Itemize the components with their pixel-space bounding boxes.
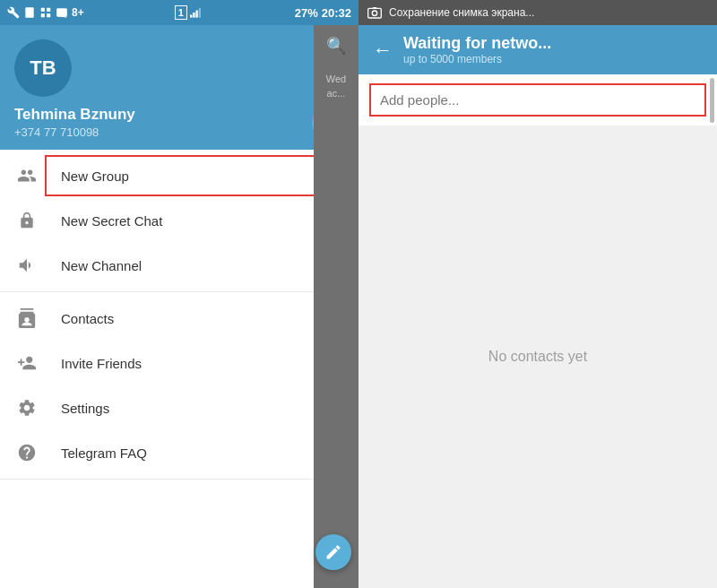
menu-item-new-group[interactable]: New Group bbox=[0, 153, 358, 198]
new-channel-label: New Channel bbox=[61, 258, 142, 273]
no-contacts-message: No contacts yet bbox=[358, 125, 717, 588]
svg-point-12 bbox=[372, 11, 376, 15]
new-group-label: New Group bbox=[61, 169, 129, 184]
new-secret-chat-label: New Secret Chat bbox=[61, 213, 162, 229]
svg-rect-9 bbox=[195, 11, 197, 18]
svg-rect-3 bbox=[41, 13, 45, 17]
svg-rect-4 bbox=[47, 13, 50, 17]
menu-item-contacts[interactable]: Contacts bbox=[0, 296, 358, 341]
right-header-title: Waiting for netwo... up to 5000 members bbox=[403, 34, 551, 65]
svg-rect-0 bbox=[25, 7, 33, 18]
svg-rect-8 bbox=[193, 13, 194, 18]
menu-item-invite-friends[interactable]: Invite Friends bbox=[0, 341, 358, 385]
menu-section-1: New Group New Secret Chat New Channel bbox=[0, 150, 358, 292]
scrollbar-track bbox=[710, 74, 715, 125]
menu-item-new-secret-chat[interactable]: New Secret Chat bbox=[0, 198, 358, 243]
svg-rect-11 bbox=[368, 8, 382, 18]
wed-label: Wed bbox=[326, 74, 346, 84]
add-people-input[interactable] bbox=[369, 83, 706, 117]
battery-level: 27% bbox=[295, 6, 318, 20]
screenshot-bar: Сохранение снимка экрана... bbox=[358, 0, 717, 25]
screenshot-icon bbox=[367, 6, 382, 19]
status-bar: 8+ 1 27% 20:32 bbox=[0, 0, 358, 25]
svg-rect-1 bbox=[41, 8, 45, 12]
menu-item-new-channel[interactable]: New Channel bbox=[0, 243, 358, 288]
image-icon bbox=[56, 6, 68, 19]
right-panel: Сохранение снимка экрана... ← Waiting fo… bbox=[358, 0, 717, 588]
help-icon bbox=[14, 443, 39, 463]
menu-item-settings[interactable]: Settings bbox=[0, 385, 358, 430]
svg-rect-7 bbox=[190, 14, 192, 17]
signal-icon bbox=[190, 6, 204, 19]
contacts-label: Contacts bbox=[61, 311, 114, 326]
time-display: 20:32 bbox=[322, 6, 351, 20]
status-bar-center: 1 bbox=[175, 5, 204, 20]
chat-list-overlay: 🔍 Wed ac... bbox=[314, 25, 358, 588]
grid-icon bbox=[39, 6, 52, 19]
status-bar-right: 27% 20:32 bbox=[295, 6, 351, 20]
header-title: Waiting for netwo... bbox=[403, 34, 551, 53]
left-panel: 8+ 1 27% 20:32 TB Tehmina Bznuny +374 77… bbox=[0, 0, 358, 588]
user-info: Tehmina Bznuny +374 77 710098 bbox=[14, 106, 135, 139]
drawer-header: TB Tehmina Bznuny +374 77 710098 bbox=[0, 25, 358, 150]
phone-icon bbox=[23, 6, 36, 19]
menu-item-faq[interactable]: Telegram FAQ bbox=[0, 430, 358, 475]
drawer-menu: New Group New Secret Chat New Channel bbox=[0, 150, 358, 588]
menu-section-2: Contacts Invite Friends Settings bbox=[0, 292, 358, 480]
settings-icon bbox=[14, 398, 39, 418]
status-bar-left: 8+ bbox=[7, 6, 84, 19]
group-icon bbox=[14, 166, 39, 186]
lock-icon bbox=[14, 211, 39, 230]
screenshot-text: Сохранение снимка экрана... bbox=[389, 6, 534, 19]
no-contacts-text: No contacts yet bbox=[488, 349, 587, 365]
fab-compose-button[interactable] bbox=[315, 534, 351, 570]
user-phone: +374 77 710098 bbox=[14, 125, 135, 139]
settings-label: Settings bbox=[61, 401, 109, 416]
invite-friends-label: Invite Friends bbox=[61, 356, 142, 371]
back-button[interactable]: ← bbox=[373, 39, 393, 62]
search-icon-overlay[interactable]: 🔍 bbox=[326, 36, 346, 56]
user-name: Tehmina Bznuny bbox=[14, 106, 135, 124]
drawer-header-bottom: Tehmina Bznuny +374 77 710098 bbox=[14, 106, 344, 139]
avatar: TB bbox=[14, 39, 72, 97]
gplus-icon: 8+ bbox=[72, 6, 84, 19]
right-header: ← Waiting for netwo... up to 5000 member… bbox=[358, 25, 717, 74]
ac-label: ac... bbox=[327, 88, 346, 99]
add-people-bar bbox=[358, 74, 717, 125]
faq-label: Telegram FAQ bbox=[61, 445, 147, 461]
scrollbar-thumb bbox=[710, 78, 714, 123]
svg-rect-2 bbox=[47, 8, 50, 12]
megaphone-icon bbox=[14, 255, 39, 275]
person-add-icon bbox=[14, 353, 39, 373]
svg-point-6 bbox=[59, 11, 61, 13]
svg-rect-10 bbox=[198, 8, 200, 17]
wrench-icon bbox=[7, 6, 20, 19]
sim-icon: 1 bbox=[175, 5, 187, 20]
header-subtitle: up to 5000 members bbox=[403, 53, 551, 65]
contacts-icon bbox=[14, 308, 39, 328]
